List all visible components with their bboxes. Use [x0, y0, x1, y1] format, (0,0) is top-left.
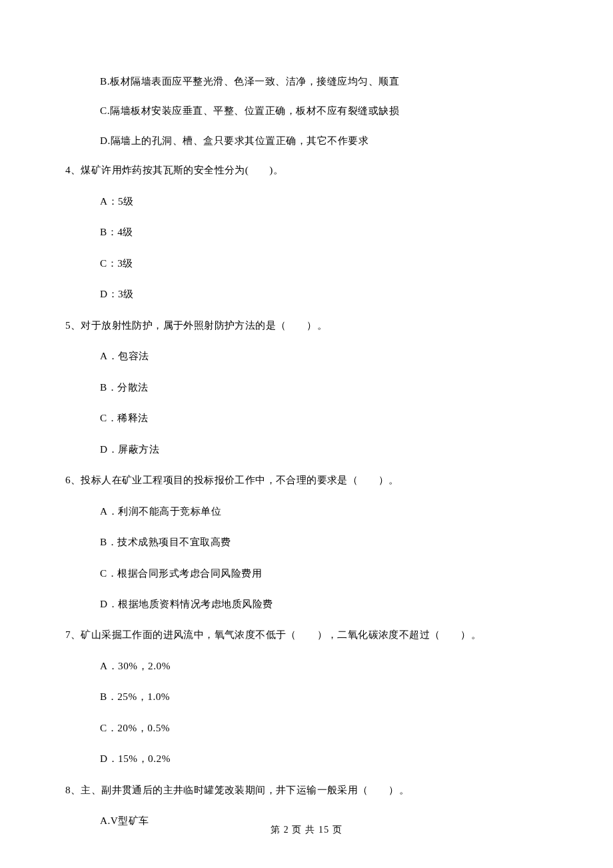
- page-footer: 第 2 页 共 15 页: [0, 824, 613, 836]
- q4-option-c: C：3级: [100, 255, 548, 271]
- q5-option-b: B．分散法: [100, 379, 548, 395]
- q5-stem: 5、对于放射性防护，属于外照射防护方法的是（ ）。: [65, 317, 548, 333]
- q5-options: A．包容法 B．分散法 C．稀释法 D．屏蔽方法: [65, 348, 548, 457]
- q3-option-b: B.板材隔墙表面应平整光滑、色泽一致、洁净，接缝应均匀、顺直: [100, 73, 548, 89]
- q4-option-b: B：4级: [100, 224, 548, 240]
- q4-option-a: A：5级: [100, 193, 548, 209]
- q7-option-c: C．20%，0.5%: [100, 720, 548, 736]
- q6-option-d: D．根据地质资料情况考虑地质风险费: [100, 596, 548, 612]
- q4-options: A：5级 B：4级 C：3级 D：3级: [65, 193, 548, 303]
- q5-option-a: A．包容法: [100, 348, 548, 364]
- q6-option-b: B．技术成熟项目不宜取高费: [100, 534, 548, 550]
- q4-stem: 4、煤矿许用炸药按其瓦斯的安全性分为( )。: [65, 162, 548, 178]
- q5-option-c: C．稀释法: [100, 410, 548, 426]
- q7-option-d: D．15%，0.2%: [100, 751, 548, 767]
- q7-options: A．30%，2.0% B．25%，1.0% C．20%，0.5% D．15%，0…: [65, 658, 548, 767]
- q7-option-a: A．30%，2.0%: [100, 658, 548, 674]
- q6-options: A．利润不能高于竞标单位 B．技术成熟项目不宜取高费 C．根据合同形式考虑合同风…: [65, 503, 548, 613]
- q6-option-c: C．根据合同形式考虑合同风险费用: [100, 565, 548, 581]
- q8-stem: 8、主、副井贯通后的主井临时罐笼改装期间，井下运输一般采用（ ）。: [65, 782, 548, 798]
- q6-option-a: A．利润不能高于竞标单位: [100, 503, 548, 519]
- q3-option-d: D.隔墙上的孔洞、槽、盒只要求其位置正确，其它不作要求: [100, 133, 548, 149]
- q4-option-d: D：3级: [100, 286, 548, 302]
- q5-option-d: D．屏蔽方法: [100, 441, 548, 457]
- q6-stem: 6、投标人在矿业工程项目的投标报价工作中，不合理的要求是（ ）。: [65, 472, 548, 488]
- q7-stem: 7、矿山采掘工作面的进风流中，氧气浓度不低于（ ），二氧化碳浓度不超过（ ）。: [65, 627, 548, 643]
- q7-option-b: B．25%，1.0%: [100, 689, 548, 705]
- q3-option-c: C.隔墙板材安装应垂直、平整、位置正确，板材不应有裂缝或缺损: [100, 103, 548, 119]
- page-content: B.板材隔墙表面应平整光滑、色泽一致、洁净，接缝应均匀、顺直 C.隔墙板材安装应…: [0, 0, 613, 829]
